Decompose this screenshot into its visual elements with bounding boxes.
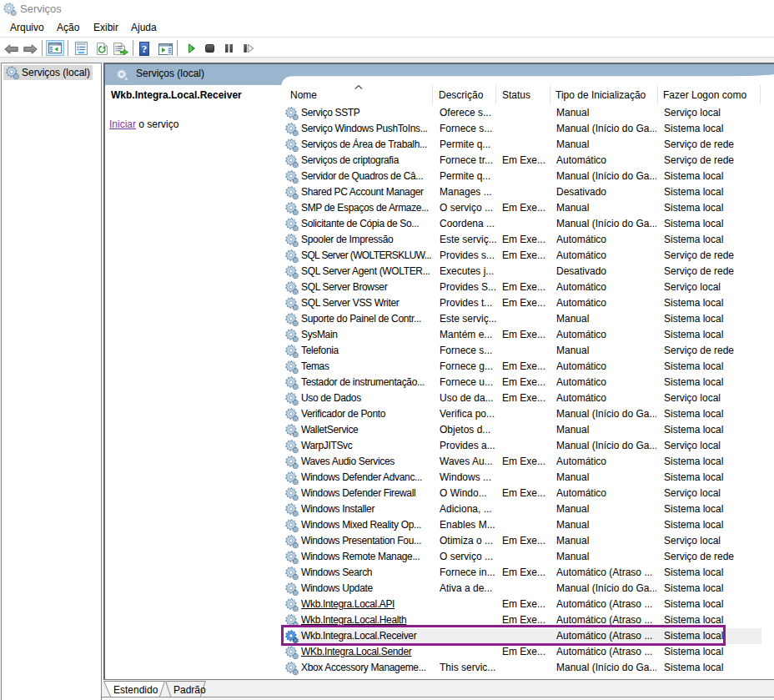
svg-text:?: ? <box>142 43 148 55</box>
